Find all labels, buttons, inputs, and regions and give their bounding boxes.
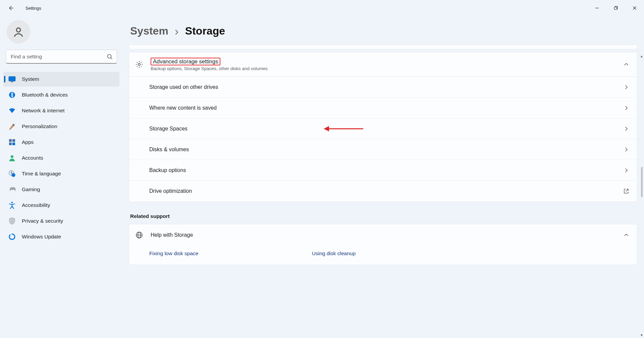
advanced-storage-card: Advanced storage settings Backup options… <box>129 52 637 202</box>
chevron-right-icon <box>624 126 629 131</box>
maximize-button[interactable] <box>606 1 625 15</box>
main-content: System Storage Advanced storage settings… <box>123 16 644 338</box>
breadcrumb-parent[interactable]: System <box>130 25 168 37</box>
globe-icon <box>135 231 143 239</box>
paintbrush-icon <box>8 123 16 130</box>
arrow-left-icon <box>8 5 13 11</box>
scrollbar[interactable]: ▲ ▼ <box>639 53 644 338</box>
svg-point-5 <box>107 54 111 58</box>
sub-item-label: Disks & volumes <box>149 147 189 153</box>
scrollbar-thumb[interactable] <box>641 167 643 197</box>
sidebar-item-label: Personalization <box>22 123 57 129</box>
sub-item-drive-optimization[interactable]: Drive optimization <box>129 181 637 202</box>
sidebar-item-label: Accounts <box>22 155 43 161</box>
system-icon <box>8 75 16 83</box>
chevron-up-icon <box>624 62 629 67</box>
svg-line-6 <box>111 58 112 59</box>
shield-icon <box>8 217 16 225</box>
help-links: Fixing low disk space Using disk cleanup <box>129 246 637 265</box>
breadcrumb: System Storage <box>129 16 637 45</box>
svg-rect-12 <box>12 139 15 142</box>
sidebar-item-label: Time & language <box>22 171 61 177</box>
chevron-right-icon <box>624 84 629 90</box>
help-card: Help with Storage Fixing low disk space … <box>129 224 637 265</box>
sub-item-backup-options[interactable]: Backup options <box>129 160 637 181</box>
sidebar-item-bluetooth[interactable]: Bluetooth & devices <box>3 88 119 102</box>
svg-rect-7 <box>9 76 15 81</box>
sub-item-disks-volumes[interactable]: Disks & volumes <box>129 139 637 160</box>
user-avatar[interactable] <box>7 20 30 44</box>
chevron-right-icon <box>624 105 629 111</box>
help-link-disk-cleanup[interactable]: Using disk cleanup <box>312 250 475 257</box>
sidebar-item-label: System <box>22 76 39 82</box>
sub-item-label: Where new content is saved <box>149 105 217 111</box>
breadcrumb-current: Storage <box>185 25 225 37</box>
person-icon <box>13 26 24 38</box>
minimize-icon <box>595 6 599 10</box>
sub-item-storage-other-drives[interactable]: Storage used on other drives <box>129 77 637 98</box>
scroll-down-icon[interactable]: ▼ <box>639 332 644 338</box>
sidebar-item-time-language[interactable]: Time & language <box>3 166 119 181</box>
svg-point-17 <box>12 173 15 177</box>
header-texts: Advanced storage settings Backup options… <box>151 58 624 71</box>
advanced-storage-subtitle: Backup options, Storage Spaces, other di… <box>151 66 624 71</box>
sidebar-item-accounts[interactable]: Accounts <box>3 151 119 165</box>
sidebar-item-windows-update[interactable]: Windows Update <box>3 229 119 244</box>
chevron-right-icon <box>624 147 629 152</box>
sidebar-item-label: Apps <box>22 139 34 145</box>
sidebar-item-privacy[interactable]: Privacy & security <box>3 214 119 228</box>
advanced-sub-list: Storage used on other drives Where new c… <box>129 76 637 202</box>
app-shell: System Bluetooth & devices Network & int… <box>0 16 644 338</box>
window-controls <box>588 1 644 15</box>
search-input[interactable] <box>6 50 117 64</box>
sidebar-item-accessibility[interactable]: Accessibility <box>3 198 119 213</box>
app-title: Settings <box>25 6 41 11</box>
sub-item-label: Storage used on other drives <box>149 84 218 90</box>
accessibility-icon <box>8 202 16 209</box>
chevron-right-icon <box>174 28 179 37</box>
help-title: Help with Storage <box>151 232 624 238</box>
svg-rect-11 <box>9 139 12 142</box>
close-button[interactable] <box>625 1 644 15</box>
minimize-button[interactable] <box>588 1 606 15</box>
sidebar-item-label: Privacy & security <box>22 218 63 224</box>
sidebar-item-system[interactable]: System <box>3 72 119 87</box>
scroll-up-icon[interactable]: ▲ <box>639 53 644 59</box>
sidebar-item-label: Windows Update <box>22 234 61 240</box>
sidebar-item-label: Gaming <box>22 186 40 192</box>
wifi-icon <box>8 107 16 114</box>
advanced-storage-title: Advanced storage settings <box>151 58 220 65</box>
annotation-arrow-icon <box>324 125 364 133</box>
search-button[interactable] <box>106 53 113 60</box>
nav-list: System Bluetooth & devices Network & int… <box>3 72 119 244</box>
sidebar-item-apps[interactable]: Apps <box>3 135 119 150</box>
clock-globe-icon <box>8 170 16 177</box>
svg-point-18 <box>11 202 13 204</box>
sub-item-where-new-content[interactable]: Where new content is saved <box>129 98 637 118</box>
back-button[interactable] <box>6 3 15 13</box>
chevron-up-icon <box>624 232 629 238</box>
search-icon <box>107 54 113 60</box>
sub-item-storage-spaces[interactable]: Storage Spaces <box>129 118 637 139</box>
title-bar-left: Settings <box>6 3 41 13</box>
close-icon <box>633 6 637 10</box>
help-link-low-disk[interactable]: Fixing low disk space <box>149 250 312 257</box>
bluetooth-icon <box>8 91 16 99</box>
account-icon <box>8 154 16 162</box>
apps-icon <box>8 138 16 146</box>
svg-point-19 <box>138 63 140 65</box>
svg-rect-1 <box>614 7 617 10</box>
advanced-storage-header[interactable]: Advanced storage settings Backup options… <box>129 52 637 76</box>
svg-rect-13 <box>9 143 12 145</box>
external-link-icon <box>624 188 629 194</box>
sidebar-item-gaming[interactable]: Gaming <box>3 182 119 197</box>
related-support-heading: Related support <box>130 213 637 219</box>
sidebar-item-personalization[interactable]: Personalization <box>3 119 119 134</box>
sidebar: System Bluetooth & devices Network & int… <box>0 16 123 338</box>
gear-icon <box>135 60 143 68</box>
sidebar-item-network[interactable]: Network & internet <box>3 103 119 118</box>
sidebar-item-label: Accessibility <box>22 202 50 208</box>
svg-rect-14 <box>12 143 15 145</box>
help-header[interactable]: Help with Storage <box>129 224 637 246</box>
sidebar-item-label: Network & internet <box>22 108 65 114</box>
